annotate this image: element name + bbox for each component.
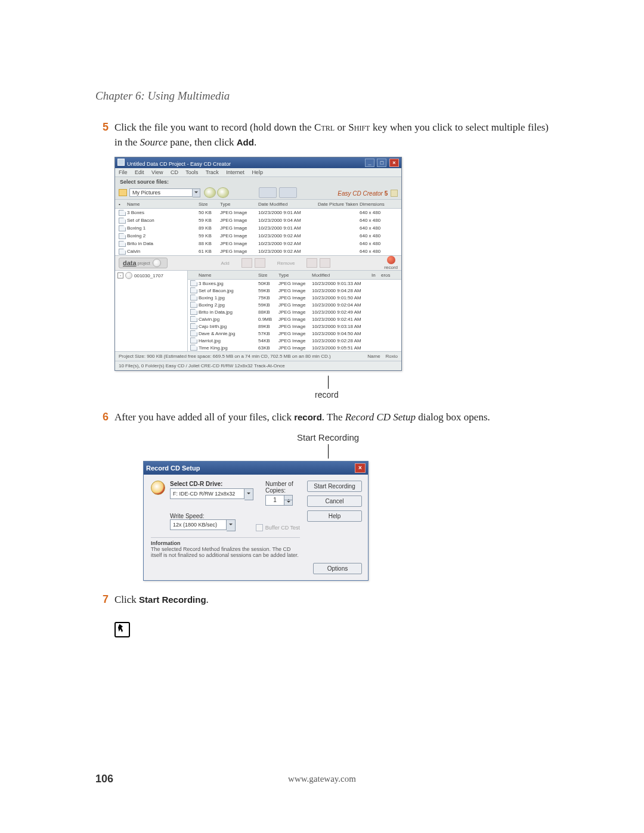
drive-label: Select CD-R Drive: xyxy=(170,481,253,487)
menu-item[interactable]: Internet xyxy=(226,169,244,175)
list-item[interactable]: Boxing 189 KBJPEG Image10/23/2000 9:01 A… xyxy=(115,224,401,232)
toolbar-button[interactable] xyxy=(320,258,330,268)
menubar: File Edit View CD Tools Track Internet H… xyxy=(115,168,401,177)
project-label[interactable]: data project xyxy=(119,258,168,268)
list-item[interactable]: Calvin61 KBJPEG Image10/23/2000 9:02 AM6… xyxy=(115,247,401,255)
copies-spinner[interactable]: 1 xyxy=(265,495,300,506)
toolbar-button[interactable] xyxy=(255,258,265,268)
toolbar-label: Remove xyxy=(277,261,295,266)
key-ctrl: Ctrl xyxy=(314,122,335,133)
list-item[interactable]: Boxing 259 KBJPEG Image10/23/2000 9:02 A… xyxy=(115,232,401,240)
file-icon xyxy=(190,337,197,343)
disc-icon xyxy=(125,272,132,279)
menu-item[interactable]: File xyxy=(119,169,128,175)
cell-dimensions: 640 x 480 xyxy=(360,218,395,223)
list-item[interactable]: Time King.jpg63KBJPEG Image10/23/2000 9:… xyxy=(188,344,401,351)
dropdown-icon[interactable] xyxy=(244,488,253,500)
cancel-button[interactable]: Cancel xyxy=(307,496,362,507)
menu-item[interactable]: Tools xyxy=(185,169,198,175)
pcol-modified[interactable]: Modified xyxy=(312,272,371,278)
t: pane, then click xyxy=(168,137,237,148)
list-item[interactable]: Set of Bacon.jpg59KBJPEG Image10/23/2000… xyxy=(188,287,401,294)
pcol-in[interactable]: In xyxy=(371,272,381,278)
col-taken[interactable]: Date Picture Taken xyxy=(318,202,360,207)
list-item[interactable]: 3 Boxes.jpg50KBJPEG Image10/23/2000 9:01… xyxy=(188,280,401,287)
list-item[interactable]: Cajo birth.jpg89KBJPEG Image10/23/2000 9… xyxy=(188,323,401,330)
arrow-icon xyxy=(391,190,398,197)
list-item[interactable]: Boxing 2.jpg59KBJPEG Image10/23/2000 9:0… xyxy=(188,301,401,308)
start-recording-button[interactable]: Start Recording xyxy=(307,481,362,492)
record-button[interactable]: record xyxy=(384,256,398,270)
close-button[interactable]: × xyxy=(389,159,399,167)
help-button[interactable]: Help xyxy=(307,510,362,522)
status-right-a: Name xyxy=(367,354,380,359)
spin-up-icon[interactable] xyxy=(284,495,293,500)
dropdown-icon[interactable] xyxy=(227,519,236,531)
menu-item[interactable]: View xyxy=(151,169,163,175)
col-type[interactable]: Type xyxy=(220,202,258,207)
step-number: 5 xyxy=(95,121,109,150)
menu-item[interactable]: Help xyxy=(252,169,263,175)
toolbar-button[interactable] xyxy=(259,187,277,198)
menu-item[interactable]: CD xyxy=(171,169,178,175)
col-name[interactable]: Name xyxy=(127,202,199,207)
buffer-checkbox[interactable]: Buffer CD Test xyxy=(256,524,300,531)
cd-button[interactable] xyxy=(204,187,216,198)
status-project-size: Project Size: 900 KB (Estimated free spa… xyxy=(119,354,331,359)
source-path-field[interactable]: My Pictures xyxy=(129,188,193,197)
toolbar-button[interactable] xyxy=(306,258,317,268)
toolbar-button[interactable] xyxy=(242,258,252,268)
record-button-label: record xyxy=(384,265,398,270)
cell-size: 57KB xyxy=(258,331,278,336)
col-dimensions[interactable]: Dimensions xyxy=(360,202,395,207)
cell-name: Dave & Annie.jpg xyxy=(199,331,258,336)
step-text: After you have added all of your files, … xyxy=(114,410,549,425)
speed-combo[interactable]: 12x (1800 KB/sec) xyxy=(170,519,236,531)
list-item[interactable]: Set of Bacon59 KBJPEG Image10/23/2000 9:… xyxy=(115,216,401,224)
pcol-size[interactable]: Size xyxy=(258,272,278,278)
menu-item[interactable]: Track xyxy=(206,169,219,175)
cell-name: Set of Bacon xyxy=(127,218,199,223)
pcol-name[interactable]: Name xyxy=(199,272,258,278)
copies-value[interactable]: 1 xyxy=(265,495,284,506)
source-path-dropdown[interactable] xyxy=(193,188,200,197)
list-item[interactable]: Harriot.jpg54KBJPEG Image10/23/2000 9:02… xyxy=(188,337,401,344)
spin-down-icon[interactable] xyxy=(284,500,293,506)
file-icon xyxy=(119,225,126,231)
cell-dimensions: 640 x 480 xyxy=(360,233,395,239)
cell-dimensions: 640 x 480 xyxy=(360,225,395,231)
list-item[interactable]: Brito in Data.jpg88KBJPEG Image10/23/200… xyxy=(188,308,401,315)
list-item[interactable]: Brito in Data88 KBJPEG Image10/23/2000 9… xyxy=(115,240,401,247)
menu-item[interactable]: Edit xyxy=(135,169,144,175)
status-bar: Project Size: 900 KB (Estimated free spa… xyxy=(115,351,401,361)
folder-icon xyxy=(119,189,127,196)
list-item[interactable]: 3 Boxes50 KBJPEG Image10/23/2000 9:01 AM… xyxy=(115,209,401,216)
drive-combo[interactable]: F: IDE-CD R/RW 12x8x32 xyxy=(170,488,253,500)
minimize-button[interactable]: _ xyxy=(365,159,374,167)
col-modified[interactable]: Date Modified xyxy=(258,202,318,207)
pcol-type[interactable]: Type xyxy=(278,272,312,278)
start-recording-word: Start Recording xyxy=(139,594,206,605)
pcol-eros[interactable]: eros xyxy=(381,272,399,278)
cd-button[interactable] xyxy=(217,187,229,198)
brand-label: Easy CD Creator 5 xyxy=(338,188,398,197)
t: Click the file you want to record (hold … xyxy=(114,122,314,133)
cell-modified: 10/23/2000 9:02:49 AM xyxy=(312,309,371,315)
list-item[interactable]: Dave & Annie.jpg57KBJPEG Image10/23/2000… xyxy=(188,330,401,337)
tree-root[interactable]: - 001030_1707 xyxy=(117,272,185,279)
file-icon xyxy=(190,295,197,301)
speed-label: Write Speed: xyxy=(170,513,236,519)
col-size[interactable]: Size xyxy=(199,202,220,207)
options-button[interactable]: Options xyxy=(313,563,362,574)
toolbar-button[interactable] xyxy=(279,187,297,198)
dialog-titlebar[interactable]: Record CD Setup × xyxy=(144,462,368,475)
checkbox-icon xyxy=(256,524,263,531)
close-button[interactable]: × xyxy=(355,463,366,473)
step-text: Click the file you want to record (hold … xyxy=(114,120,549,150)
project-tree[interactable]: - 001030_1707 xyxy=(115,271,188,351)
list-item[interactable]: Calvin.jpg0.9MBJPEG Image10/23/2000 9:02… xyxy=(188,315,401,323)
titlebar[interactable]: Untitled Data CD Project - Easy CD Creat… xyxy=(115,157,401,168)
tree-toggle-icon[interactable]: - xyxy=(117,272,123,278)
list-item[interactable]: Boxing 1.jpg75KBJPEG Image10/23/2000 9:0… xyxy=(188,294,401,301)
maximize-button[interactable]: □ xyxy=(377,159,386,167)
